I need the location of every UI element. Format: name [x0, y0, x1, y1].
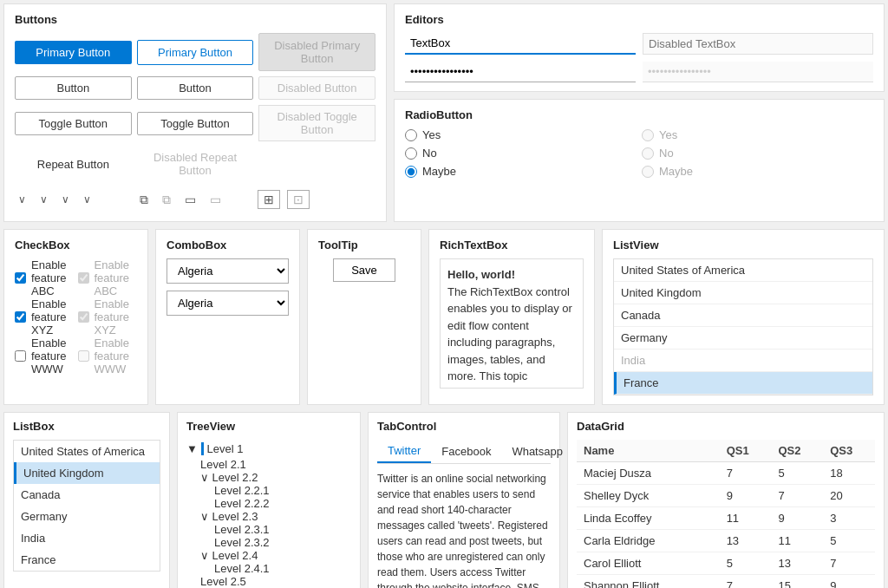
grid-icon-2[interactable]: ⊡: [287, 190, 310, 209]
datagrid-section: DataGrid Name QS1 QS2 QS3 Maciej Dusza75…: [567, 412, 885, 588]
expand-icon-l24: ∨: [200, 549, 209, 562]
listview-item-india: India: [614, 350, 872, 372]
listbox-item-germany[interactable]: Germany: [14, 506, 160, 527]
treeview-container: ▼ Level 1 Level 2.1 ∨ Level 2.2 Level 2.…: [186, 440, 351, 588]
toggle-button-1[interactable]: Toggle Button: [15, 112, 132, 135]
chevron-down-icon-1[interactable]: ∨: [15, 192, 29, 207]
primary-outline-button[interactable]: Primary Button: [137, 40, 254, 65]
table-row[interactable]: Carla Eldridge13115: [577, 530, 875, 552]
save-button[interactable]: Save: [333, 258, 395, 282]
listview-item-uk[interactable]: United Kingdom: [614, 282, 872, 304]
copy-icon-4[interactable]: ▭: [206, 191, 225, 208]
treeview-title: TreeView: [186, 420, 351, 433]
radio-maybe[interactable]: Maybe: [405, 165, 637, 178]
tooltip-title: ToolTip: [318, 238, 410, 252]
table-row[interactable]: Maciej Dusza7518: [577, 462, 875, 485]
listbox-item-france[interactable]: France: [14, 549, 160, 571]
listview-item-france[interactable]: France: [614, 372, 872, 395]
tree-level2-1[interactable]: Level 2.1: [200, 458, 351, 471]
combobox-title: ComboBox: [166, 238, 289, 252]
richtextbox-section: RichTextBox Hello, world! The RichTextBo…: [428, 229, 595, 405]
copy-icons-row: ⧉ ⧉ ▭ ▭: [136, 187, 254, 212]
tree-level2-3-2[interactable]: Level 2.3.2: [214, 536, 351, 549]
listview-item-canada[interactable]: Canada: [614, 304, 872, 327]
combobox-section: ComboBox Algeria Angola Benin Algeria An…: [155, 229, 300, 405]
datagrid-scroll[interactable]: Name QS1 QS2 QS3 Maciej Dusza7518Shelley…: [577, 440, 875, 588]
tab-whatsapp[interactable]: Whatsapp: [501, 440, 573, 463]
tree-level2-2[interactable]: ∨ Level 2.2: [200, 471, 351, 484]
checkbox-abc[interactable]: Enable feature ABC: [15, 258, 75, 297]
checkbox-www[interactable]: Enable feature WWW: [15, 336, 75, 376]
tab-bar: Twitter Facebook Whatsapp: [377, 440, 551, 464]
expand-icon-l22: ∨: [200, 471, 209, 484]
tree-level2-3-1[interactable]: Level 2.3.1: [214, 523, 351, 536]
chevron-down-icon-4[interactable]: ∨: [80, 192, 95, 207]
expand-icon-l1: ▼: [186, 442, 198, 455]
listbox-item-canada[interactable]: Canada: [14, 484, 160, 506]
tree-level2-5[interactable]: Level 2.5: [200, 575, 351, 588]
button-1[interactable]: Button: [15, 76, 132, 100]
listbox-item-india[interactable]: India: [14, 527, 160, 549]
col-qs1[interactable]: QS1: [720, 440, 772, 462]
expand-icon-l23: ∨: [200, 510, 209, 523]
tree-level1[interactable]: ▼ Level 1: [186, 440, 351, 458]
radio-no-disabled: No: [642, 147, 873, 160]
primary-button[interactable]: Primary Button: [15, 41, 132, 64]
radiobutton-section: RadioButton Yes No Maybe: [394, 99, 885, 222]
table-row[interactable]: Carol Elliott5137: [577, 552, 875, 575]
listview-item-germany[interactable]: Germany: [614, 327, 872, 350]
tree-level2-4-1[interactable]: Level 2.4.1: [214, 562, 351, 575]
table-row[interactable]: Shelley Dyck9720: [577, 485, 875, 507]
col-qs3[interactable]: QS3: [823, 440, 875, 462]
checkbox-abc-disabled: Enable feature ABC: [78, 258, 138, 297]
toggle-button-2[interactable]: Toggle Button: [137, 112, 254, 135]
copy-icon-2[interactable]: ⧉: [159, 191, 174, 209]
radiobutton-title: RadioButton: [405, 108, 873, 121]
listview-container: United States of America United Kingdom …: [613, 258, 873, 395]
chevron-down-icon-3[interactable]: ∨: [58, 192, 73, 207]
tab-content-twitter: Twitter is an online social networking s…: [377, 471, 551, 588]
password-input[interactable]: [405, 62, 636, 82]
listbox-item-usa[interactable]: United States of America: [14, 441, 160, 462]
tree-level2-3[interactable]: ∨ Level 2.3: [200, 510, 351, 523]
tab-facebook[interactable]: Facebook: [431, 440, 501, 463]
textbox-disabled: [643, 33, 873, 55]
checkbox-title: CheckBox: [15, 238, 137, 252]
tree-level2-2-1[interactable]: Level 2.2.1: [214, 484, 351, 497]
table-row[interactable]: Shannon Elliott7159: [577, 575, 875, 589]
richtextbox-title: RichTextBox: [440, 238, 584, 252]
listview-title: ListView: [613, 238, 873, 252]
copy-icon-3[interactable]: ▭: [181, 191, 199, 208]
richtextbox-content[interactable]: Hello, world! The RichTextBox control en…: [440, 258, 584, 389]
col-qs2[interactable]: QS2: [771, 440, 823, 462]
checkbox-xyz[interactable]: Enable feature XYZ: [15, 297, 75, 336]
table-row[interactable]: Linda Ecoffey1193: [577, 507, 875, 530]
tree-level2-4[interactable]: ∨ Level 2.4: [200, 549, 351, 562]
datagrid-body: Maciej Dusza7518Shelley Dyck9720Linda Ec…: [577, 462, 875, 589]
grid-icons-row: ⊞ ⊡: [258, 186, 375, 212]
radio-yes[interactable]: Yes: [405, 128, 637, 141]
richtextbox-body: The RichTextBox control enables you to d…: [447, 284, 576, 389]
copy-icon-1[interactable]: ⧉: [136, 191, 152, 209]
grid-icon-1[interactable]: ⊞: [258, 190, 280, 209]
tree-level2-2-2[interactable]: Level 2.2.2: [214, 497, 351, 510]
textbox-input[interactable]: [405, 33, 636, 55]
datagrid-title: DataGrid: [577, 420, 875, 433]
tab-twitter[interactable]: Twitter: [377, 440, 431, 463]
tabcontrol-section: TabControl Twitter Facebook Whatsapp Twi…: [368, 412, 560, 588]
listview-item-usa[interactable]: United States of America: [614, 259, 872, 282]
combobox-2[interactable]: Algeria Angola Benin: [166, 291, 289, 316]
radio-maybe-disabled: Maybe: [642, 165, 873, 178]
button-2[interactable]: Button: [137, 76, 254, 100]
editors-title: Editors: [405, 13, 873, 26]
repeat-button[interactable]: Repeat Button: [15, 154, 132, 175]
repeat-button-disabled: Disabled Repeat Button: [137, 147, 254, 181]
radio-no[interactable]: No: [405, 147, 637, 160]
buttons-title: Buttons: [15, 13, 375, 26]
listview-section: ListView United States of America United…: [602, 229, 885, 405]
primary-disabled-button: Disabled Primary Button: [258, 33, 375, 71]
chevron-down-icon-2[interactable]: ∨: [36, 192, 51, 207]
combobox-1[interactable]: Algeria Angola Benin: [166, 258, 289, 284]
col-name[interactable]: Name: [577, 440, 720, 462]
listbox-item-uk[interactable]: United Kingdom: [14, 462, 160, 484]
